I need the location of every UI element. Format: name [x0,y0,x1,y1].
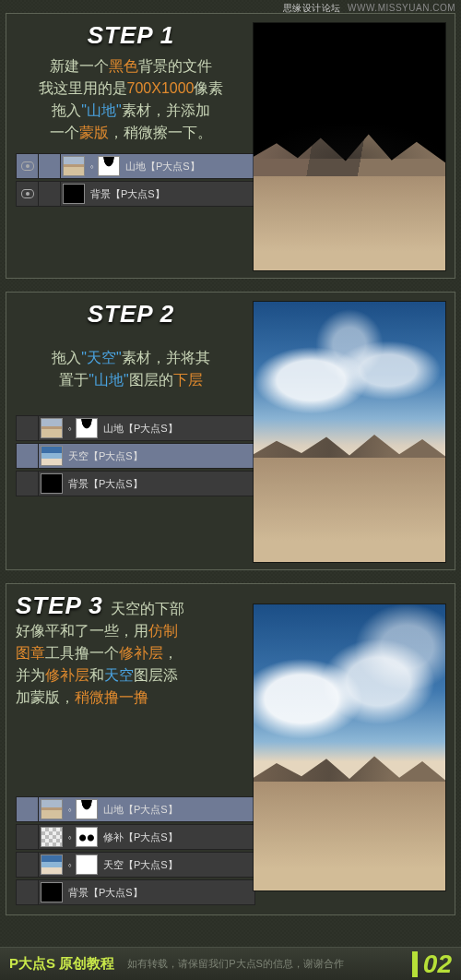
footer: P大点S 原创教程 如有转载，请保留我们P大点S的信息，谢谢合作 02 [0,947,461,980]
mask-thumb [76,418,98,438]
layer-name: 背景【P大点S】 [68,886,143,900]
layer-row-patch[interactable]: ⬨ 修补【P大点S】 [16,824,255,850]
footer-brand: P大点S 原创教程 [9,955,114,973]
visibility-icon[interactable] [17,182,39,206]
step2-title: STEP 2 [16,300,246,329]
step1-panel: STEP 1 新建一个黑色背景的文件 我这里用的是700X1000像素 拖入"山… [6,13,455,279]
layer-name: 背景【P大点S】 [68,477,143,491]
step3-layers: ⬨ 山地【P大点S】 ⬨ 修补【P大点S】 ⬨ 天空【P大点S】 背景【P大点S… [16,796,255,907]
step2-preview [254,302,445,562]
layer-thumb [41,446,63,466]
step3-desc: 好像平和了一些，用仿制 图章工具撸一个修补层， 并为修补层和天空图层添 加蒙版，… [16,620,246,709]
step3-title: STEP 3 [16,592,103,620]
layer-name: 背景【P大点S】 [90,187,165,201]
link-icon: ⬨ [87,161,96,171]
layer-row-sky[interactable]: ⬨ 天空【P大点S】 [16,852,255,878]
layer-name: 山地【P大点S】 [125,160,200,173]
footer-note: 如有转载，请保留我们P大点S的信息，谢谢合作 [127,957,412,971]
watermark-url: WWW.MISSYUAN.COM [348,3,455,13]
layer-row-bg[interactable]: 背景【P大点S】 [16,471,255,496]
step1-desc: 新建一个黑色背景的文件 我这里用的是700X1000像素 拖入"山地"素材，并添… [16,55,246,144]
layer-row-bg[interactable]: 背景【P大点S】 [16,879,255,905]
step1-layers: ⬨ 山地【P大点S】 背景【P大点S】 [16,153,255,207]
step3-desc-line1: 天空的下部 [111,600,184,619]
layer-thumb [63,184,85,204]
layer-name: 修补【P大点S】 [103,831,178,844]
step3-preview [254,604,445,890]
link-icon: ⬨ [65,832,74,842]
layer-thumb [63,156,85,176]
step1-title: STEP 1 [16,21,246,50]
layer-row-sky[interactable]: 天空【P大点S】 [16,443,255,469]
layer-row-bg[interactable]: 背景【P大点S】 [16,181,255,207]
layer-row-mountain[interactable]: ⬨ 山地【P大点S】 [16,796,255,822]
step2-layers: ⬨ 山地【P大点S】 天空【P大点S】 背景【P大点S】 [16,415,255,496]
link-icon: ⬨ [65,805,74,814]
watermark-cn: 思缘设计论坛 [283,3,341,13]
layer-thumb [41,882,63,902]
layer-thumb [41,473,63,494]
step3-panel: STEP 3 天空的下部 好像平和了一些，用仿制 图章工具撸一个修补层， 并为修… [6,583,455,915]
layer-thumb [41,827,63,847]
step2-desc: 拖入"天空"素材，并将其 置于"山地"图层的下层 [16,347,246,391]
mask-thumb [76,799,98,819]
layer-name: 天空【P大点S】 [103,858,178,872]
link-icon: ⬨ [65,860,74,869]
mask-thumb [98,156,120,176]
layer-thumb [41,418,63,438]
visibility-icon[interactable] [17,154,39,178]
step2-panel: STEP 2 拖入"天空"素材，并将其 置于"山地"图层的下层 ⬨ 山地【P大点… [6,292,455,570]
step1-preview [254,23,445,270]
layer-name: 天空【P大点S】 [68,449,143,463]
page-number: 02 [412,951,452,977]
layer-thumb [41,855,63,875]
layer-name: 山地【P大点S】 [103,803,178,817]
link-icon: ⬨ [65,424,74,433]
layer-row-mountain[interactable]: ⬨ 山地【P大点S】 [16,415,255,441]
layer-row-mountain[interactable]: ⬨ 山地【P大点S】 [16,153,255,179]
layer-name: 山地【P大点S】 [103,422,178,436]
mask-thumb [76,827,98,847]
layer-thumb [41,799,63,819]
mask-thumb [76,855,98,875]
